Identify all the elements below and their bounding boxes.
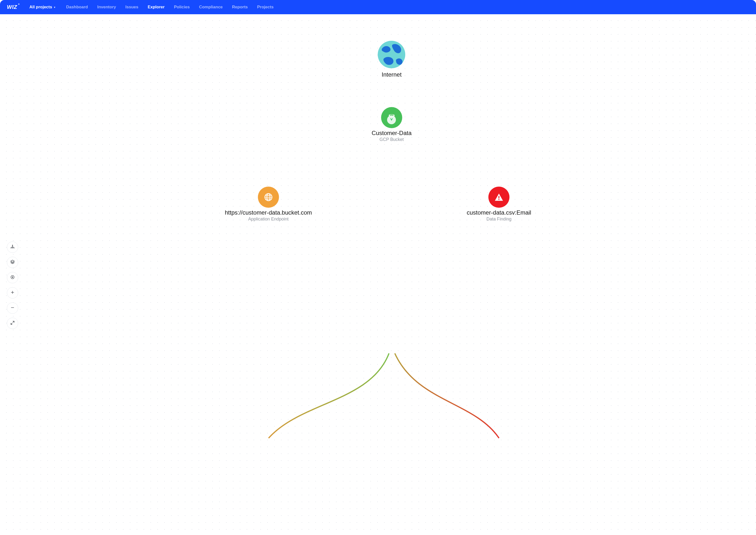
svg-rect-11 <box>499 196 500 199</box>
tool-rail <box>7 241 18 329</box>
zoom-in-icon <box>10 290 15 296</box>
node-endpoint[interactable]: https://customer-data.bucket.com Applica… <box>225 186 312 222</box>
node-bucket-title: Customer-Data <box>372 130 412 136</box>
zoom-in-button[interactable] <box>7 287 18 298</box>
nav-inventory[interactable]: Inventory <box>97 5 116 10</box>
zoom-out-button[interactable] <box>7 302 18 314</box>
brand-logo[interactable]: WIZ <box>7 4 20 10</box>
alert-icon <box>488 186 510 208</box>
svg-point-5 <box>12 276 13 278</box>
nav-reports[interactable]: Reports <box>232 5 248 10</box>
node-endpoint-subtitle: Application Endpoint <box>248 216 288 222</box>
node-endpoint-title: https://customer-data.bucket.com <box>225 209 312 216</box>
chevron-down-icon: ▾ <box>54 6 55 9</box>
graph-view-button[interactable] <box>7 241 18 253</box>
layers-icon <box>10 259 15 265</box>
diamond-icon <box>389 117 394 123</box>
nav-issues[interactable]: Issues <box>125 5 138 10</box>
node-bucket-subtitle: GCP Bucket <box>379 137 404 142</box>
graph-view-icon <box>10 244 15 250</box>
web-icon <box>258 186 279 208</box>
node-internet[interactable]: Internet <box>377 40 406 78</box>
nav-projects[interactable]: Projects <box>257 5 274 10</box>
project-selector[interactable]: All projects ▾ <box>29 5 55 10</box>
node-internet-title: Internet <box>382 71 402 78</box>
graph-edges <box>0 14 756 535</box>
layers-button[interactable] <box>7 257 18 268</box>
graph-canvas[interactable]: Internet Customer-Data GCP Bucket <box>0 14 756 535</box>
nav-dashboard[interactable]: Dashboard <box>66 5 88 10</box>
nav-compliance[interactable]: Compliance <box>199 5 223 10</box>
top-navbar: WIZ All projects ▾ Dashboard Inventory I… <box>0 0 756 14</box>
edge-badge[interactable] <box>387 115 396 124</box>
svg-point-2 <box>12 247 13 248</box>
project-selector-label: All projects <box>29 5 52 10</box>
expand-icon <box>10 320 15 326</box>
expand-button[interactable] <box>7 318 18 329</box>
svg-point-3 <box>14 247 14 248</box>
focus-icon <box>10 274 15 280</box>
app-window: WIZ All projects ▾ Dashboard Inventory I… <box>0 0 756 535</box>
node-finding-title: customer-data.csv:Email <box>467 209 531 216</box>
svg-point-1 <box>11 247 12 248</box>
nav-policies[interactable]: Policies <box>174 5 190 10</box>
svg-point-12 <box>499 199 500 200</box>
nav-items: Dashboard Inventory Issues Explorer Poli… <box>66 5 273 10</box>
focus-button[interactable] <box>7 272 18 283</box>
node-bucket[interactable]: Customer-Data GCP Bucket <box>372 107 412 142</box>
svg-point-0 <box>12 245 13 246</box>
node-finding[interactable]: customer-data.csv:Email Data Finding <box>467 186 531 222</box>
nav-explorer[interactable]: Explorer <box>148 5 165 10</box>
globe-icon <box>377 40 406 70</box>
zoom-out-icon <box>10 305 15 311</box>
node-finding-subtitle: Data Finding <box>486 216 512 222</box>
